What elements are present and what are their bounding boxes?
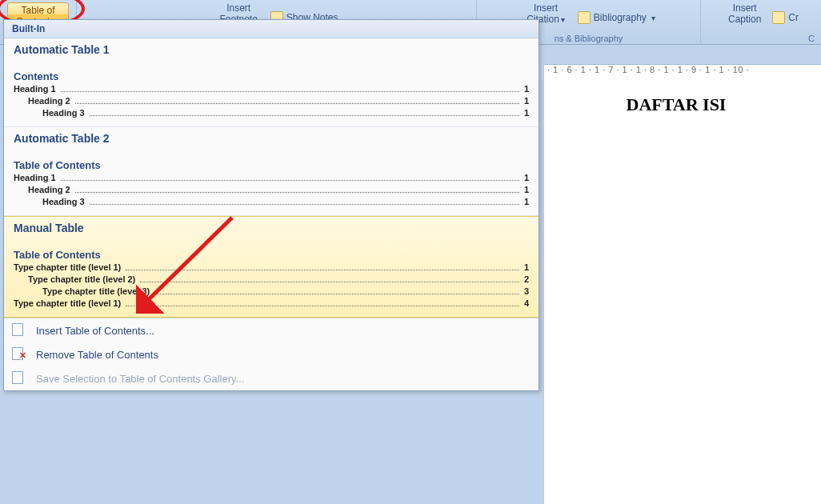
- gallery-section-header: Built-In: [4, 20, 539, 38]
- toc-line-page: 1: [524, 173, 529, 182]
- toc-line-leader: [61, 180, 519, 181]
- toc-line-page: 4: [524, 298, 529, 308]
- toc-line-label: Heading 1: [14, 84, 56, 94]
- toc-line-label: Heading 2: [28, 185, 70, 194]
- page-icon: [12, 323, 28, 338]
- caption-icon: [772, 11, 785, 24]
- gallery-item-2[interactable]: Manual TableTable of ContentsType chapte…: [4, 216, 539, 318]
- toc-gallery-dropdown: Built-In Automatic Table 1ContentsHeadin…: [3, 19, 539, 391]
- insert-toc-menu-item[interactable]: Insert Table of Contents...: [4, 318, 539, 342]
- group-label-captions: C: [808, 34, 815, 43]
- toc-line-leader: [154, 294, 519, 294]
- toc-line-label: Heading 3: [42, 197, 85, 206]
- toc-line-leader: [90, 115, 519, 116]
- document-title: DAFTAR ISI: [584, 94, 768, 115]
- toc-line-label: Type chapter title (level 2): [28, 274, 135, 284]
- toc-preview-line: Heading 31: [14, 197, 529, 207]
- toc-line-leader: [61, 91, 519, 92]
- toc-line-label: Type chapter title (level 1): [14, 262, 121, 272]
- gallery-item-1[interactable]: Automatic Table 2Table of ContentsHeadin…: [4, 127, 539, 216]
- toc-preview-line: Heading 11: [14, 173, 529, 183]
- toc-preview-line: Heading 21: [14, 185, 529, 195]
- save-toc-gallery-menu-item: Save Selection to Table of Contents Gall…: [4, 366, 539, 390]
- toc-preview-line: Heading 11: [14, 84, 529, 94]
- toc-line-page: 3: [524, 286, 529, 296]
- toc-line-leader: [126, 306, 519, 306]
- remove-toc-menu-item[interactable]: Remove Table of Contents: [4, 342, 539, 366]
- toc-preview-line: Type chapter title (level 1)4: [14, 298, 529, 309]
- horizontal-ruler: · 1 · 6 · 1 · 1 · 7 · 1 · 1 · 8 · 1 · 1 …: [544, 64, 821, 82]
- gallery-footer: Insert Table of Contents... Remove Table…: [4, 318, 539, 390]
- toc-line-page: 1: [524, 262, 529, 272]
- save-icon: [12, 371, 28, 386]
- gallery-item-subtitle: Contents: [14, 70, 529, 82]
- toc-preview-line: Heading 31: [14, 108, 529, 118]
- toc-preview-line: Type chapter title (level 1)1: [14, 262, 529, 273]
- document-page[interactable]: DAFTAR ISI: [544, 80, 821, 504]
- toc-line-leader: [140, 282, 519, 282]
- toc-preview-line: Type chapter title (level 2)2: [14, 274, 529, 285]
- toc-line-leader: [126, 270, 519, 270]
- gallery-item-0[interactable]: Automatic Table 1ContentsHeading 11Headi…: [4, 38, 539, 127]
- toc-line-label: Type chapter title (level 3): [42, 286, 150, 296]
- insert-caption-button[interactable]: Insert Caption: [723, 2, 766, 27]
- toc-line-leader: [75, 103, 519, 104]
- toc-label-line1: Table of: [22, 6, 55, 17]
- page-remove-icon: [12, 347, 28, 362]
- create-button[interactable]: Cr: [772, 11, 799, 24]
- gallery-item-subtitle: Table of Contents: [14, 249, 529, 261]
- book-icon: [578, 11, 591, 24]
- toc-line-page: 1: [524, 185, 529, 194]
- chevron-down-icon: ▾: [561, 15, 565, 24]
- toc-line-leader: [90, 204, 519, 205]
- group-label-citations: ns & Bibliography: [555, 34, 623, 43]
- gallery-item-title: Automatic Table 1: [14, 43, 529, 56]
- toc-line-page: 1: [524, 84, 529, 94]
- toc-line-label: Heading 2: [28, 96, 70, 106]
- toc-line-page: 1: [524, 96, 529, 106]
- toc-line-page: 1: [524, 108, 529, 118]
- toc-line-page: 1: [524, 197, 529, 206]
- chevron-down-icon: ▾: [651, 14, 655, 22]
- toc-line-label: Type chapter title (level 1): [14, 298, 121, 308]
- gallery-item-title: Automatic Table 2: [14, 132, 529, 145]
- ribbon-group-captions: Insert Caption Cr C: [701, 0, 821, 45]
- gallery-item-title: Manual Table: [14, 222, 529, 234]
- toc-line-label: Heading 3: [42, 108, 85, 118]
- gallery-item-subtitle: Table of Contents: [14, 159, 529, 171]
- toc-line-leader: [75, 192, 519, 193]
- toc-line-label: Heading 1: [14, 173, 56, 182]
- toc-preview-line: Heading 21: [14, 96, 529, 106]
- toc-line-page: 2: [524, 274, 529, 284]
- toc-preview-line: Type chapter title (level 3)3: [14, 286, 529, 297]
- bibliography-button[interactable]: Bibliography ▾: [578, 11, 655, 24]
